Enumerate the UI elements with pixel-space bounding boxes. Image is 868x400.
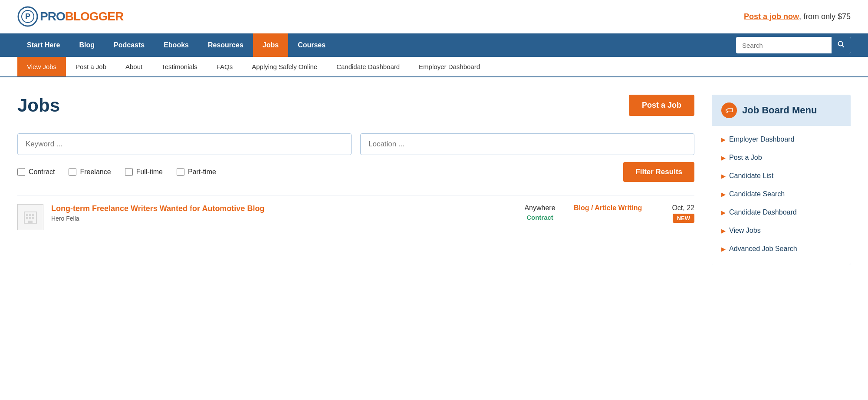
sidebar-item-advanced-job-search[interactable]: ▶ Advanced Job Search	[712, 240, 851, 258]
sub-nav-items: View Jobs Post a Job About Testimonials …	[17, 57, 490, 76]
search-icon	[838, 41, 845, 48]
contract-checkbox[interactable]	[17, 168, 25, 176]
page-title-row: Jobs Post a Job	[17, 95, 694, 116]
filter-fulltime[interactable]: Full-time	[125, 168, 163, 176]
search-row	[17, 133, 694, 155]
sub-nav-candidate-dashboard[interactable]: Candidate Dashboard	[327, 57, 409, 76]
sidebar-link-post-job[interactable]: Post a Job	[729, 154, 762, 162]
sidebar-item-post-job[interactable]: ▶ Post a Job	[712, 149, 851, 167]
svg-rect-8	[32, 214, 34, 216]
filter-parttime[interactable]: Part-time	[177, 168, 216, 176]
arrow-icon: ▶	[721, 191, 726, 198]
freelance-label: Freelance	[80, 168, 111, 176]
sub-nav: View Jobs Post a Job About Testimonials …	[0, 57, 868, 77]
main-search-button[interactable]	[832, 37, 851, 53]
svg-rect-11	[32, 217, 34, 219]
parttime-checkbox[interactable]	[177, 168, 184, 176]
sidebar-menu-items: ▶ Employer Dashboard ▶ Post a Job ▶ Cand…	[712, 126, 851, 265]
sidebar-link-candidate-list[interactable]: Candidate List	[729, 172, 773, 180]
fulltime-checkbox[interactable]	[125, 168, 133, 176]
contract-label: Contract	[29, 168, 55, 176]
job-company: Hero Fella	[51, 215, 506, 222]
job-listings: Long-term Freelance Writers Wanted for A…	[17, 195, 694, 239]
content-wrap: Jobs Post a Job Contract Freelance	[0, 77, 868, 282]
sub-nav-applying-safely[interactable]: Applying Safely Online	[242, 57, 327, 76]
svg-text:P: P	[25, 12, 30, 21]
keyword-input[interactable]	[17, 133, 352, 155]
logo-icon: P	[17, 6, 38, 27]
table-row: Long-term Freelance Writers Wanted for A…	[17, 195, 694, 239]
cta-suffix: , from only $75	[799, 12, 851, 21]
nav-courses[interactable]: Courses	[288, 33, 335, 57]
filter-row: Contract Freelance Full-time Part-time F…	[17, 162, 694, 182]
filter-contract[interactable]: Contract	[17, 168, 55, 176]
svg-rect-6	[26, 214, 28, 216]
top-bar-cta: Post a job now, from only $75	[744, 12, 851, 21]
main-search-input[interactable]	[736, 38, 832, 53]
main-search-wrap	[736, 37, 851, 53]
logo-blogger: BLOGGER	[65, 10, 124, 23]
sidebar-menu-header: 🏷 Job Board Menu	[712, 95, 851, 126]
job-type: Contract	[514, 214, 566, 221]
location-input[interactable]	[360, 133, 694, 155]
svg-point-3	[838, 42, 843, 46]
nav-resources[interactable]: Resources	[198, 33, 253, 57]
logo-pro: PRO	[40, 10, 65, 23]
nav-podcasts[interactable]: Podcasts	[104, 33, 154, 57]
main-nav-items: Start Here Blog Podcasts Ebooks Resource…	[17, 33, 727, 57]
job-category-link[interactable]: Blog / Article Writing	[574, 204, 643, 212]
sidebar-link-advanced-job-search[interactable]: Advanced Job Search	[729, 245, 797, 253]
sidebar-menu-title: Job Board Menu	[742, 105, 817, 116]
job-location-col: Anywhere Contract	[514, 204, 566, 221]
nav-start-here[interactable]: Start Here	[17, 33, 69, 57]
sub-nav-testimonials[interactable]: Testimonials	[152, 57, 207, 76]
sidebar-menu: 🏷 Job Board Menu ▶ Employer Dashboard ▶ …	[712, 95, 851, 265]
job-title-link[interactable]: Long-term Freelance Writers Wanted for A…	[51, 204, 264, 213]
sub-nav-view-jobs[interactable]: View Jobs	[17, 57, 66, 76]
post-job-link[interactable]: Post a job now	[744, 12, 799, 21]
arrow-icon: ▶	[721, 228, 726, 234]
tag-icon: 🏷	[721, 102, 737, 118]
sub-nav-faqs[interactable]: FAQs	[207, 57, 243, 76]
page-title: Jobs	[17, 95, 60, 116]
arrow-icon: ▶	[721, 209, 726, 216]
sidebar-link-employer-dashboard[interactable]: Employer Dashboard	[729, 136, 794, 143]
svg-rect-7	[29, 214, 31, 216]
sidebar-link-view-jobs[interactable]: View Jobs	[729, 227, 761, 235]
svg-rect-12	[28, 221, 33, 223]
sidebar-item-employer-dashboard[interactable]: ▶ Employer Dashboard	[712, 130, 851, 149]
top-bar: P PROBLOGGER Post a job now, from only $…	[0, 0, 868, 33]
filter-results-button[interactable]: Filter Results	[623, 162, 694, 182]
job-location: Anywhere	[514, 204, 566, 212]
sub-nav-employer-dashboard[interactable]: Employer Dashboard	[409, 57, 490, 76]
nav-jobs[interactable]: Jobs	[253, 33, 288, 57]
sidebar-item-candidate-search[interactable]: ▶ Candidate Search	[712, 185, 851, 203]
main-content: Jobs Post a Job Contract Freelance	[17, 95, 694, 265]
svg-line-4	[842, 46, 845, 48]
svg-rect-9	[26, 217, 28, 219]
job-new-badge: NEW	[673, 214, 694, 223]
nav-ebooks[interactable]: Ebooks	[154, 33, 198, 57]
sidebar-item-candidate-list[interactable]: ▶ Candidate List	[712, 167, 851, 185]
arrow-icon: ▶	[721, 173, 726, 179]
job-logo	[17, 204, 43, 230]
job-date-col: Oct, 22 NEW	[651, 204, 694, 223]
main-nav: Start Here Blog Podcasts Ebooks Resource…	[0, 33, 868, 57]
building-icon	[23, 209, 38, 225]
svg-rect-10	[29, 217, 31, 219]
nav-blog[interactable]: Blog	[69, 33, 104, 57]
sidebar-item-candidate-dashboard[interactable]: ▶ Candidate Dashboard	[712, 203, 851, 221]
freelance-checkbox[interactable]	[69, 168, 76, 176]
filter-freelance[interactable]: Freelance	[69, 168, 111, 176]
fulltime-label: Full-time	[136, 168, 163, 176]
parttime-label: Part-time	[188, 168, 216, 176]
sidebar-item-view-jobs[interactable]: ▶ View Jobs	[712, 221, 851, 240]
job-title: Long-term Freelance Writers Wanted for A…	[51, 204, 506, 213]
sub-nav-post-job[interactable]: Post a Job	[66, 57, 116, 76]
search-filters: Contract Freelance Full-time Part-time F…	[17, 129, 694, 191]
sidebar-link-candidate-dashboard[interactable]: Candidate Dashboard	[729, 208, 797, 216]
arrow-icon: ▶	[721, 155, 726, 161]
post-job-button[interactable]: Post a Job	[629, 95, 694, 116]
sub-nav-about[interactable]: About	[116, 57, 152, 76]
sidebar-link-candidate-search[interactable]: Candidate Search	[729, 190, 785, 198]
